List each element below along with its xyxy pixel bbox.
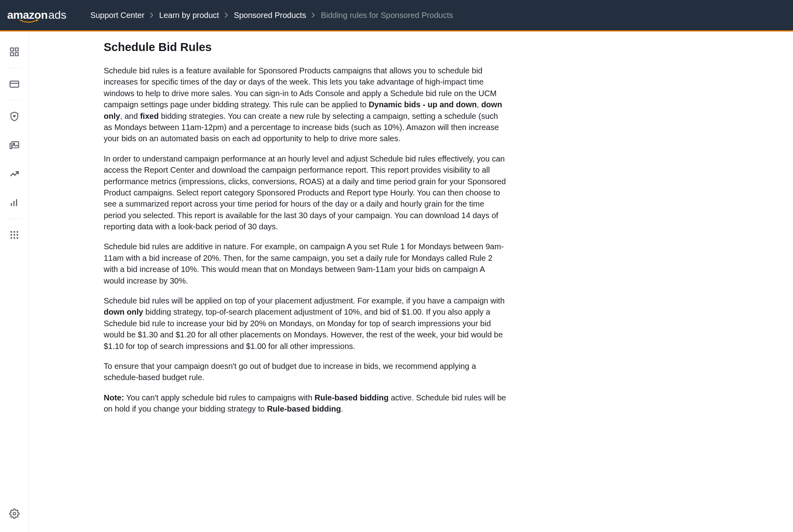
svg-point-14: [10, 234, 12, 236]
left-sidebar: [0, 33, 29, 447]
sidebar-billing[interactable]: [6, 75, 23, 93]
logo-brand-text: amazon: [7, 9, 47, 22]
article-content: Schedule Bid Rules Schedule bid rules is…: [29, 33, 587, 447]
sidebar-divider: [7, 219, 22, 219]
shield-heart-icon: [9, 111, 20, 122]
svg-point-17: [10, 237, 12, 238]
paragraph-2: In order to understand campaign performa…: [104, 153, 507, 233]
chevron-right-icon: [225, 12, 228, 18]
paragraph-1: Schedule bid rules is a feature availabl…: [104, 65, 507, 144]
svg-point-12: [13, 231, 15, 233]
svg-point-16: [16, 234, 18, 236]
logo-suffix-text: ads: [48, 9, 66, 22]
paragraph-6: Note: You can't apply schedule bid rules…: [104, 392, 507, 415]
sidebar-reports[interactable]: [6, 194, 23, 211]
breadcrumb-current: Bidding rules for Sponsored Products: [321, 11, 453, 20]
svg-rect-4: [10, 81, 19, 87]
chevron-right-icon: [150, 12, 154, 18]
breadcrumb-support-center[interactable]: Support Center: [90, 11, 144, 20]
chevron-right-icon: [312, 12, 315, 18]
amazon-ads-logo[interactable]: amazon ads: [7, 9, 66, 22]
svg-rect-0: [10, 48, 14, 51]
breadcrumb-sponsored-products[interactable]: Sponsored Products: [234, 11, 306, 20]
paragraph-3: Schedule bid rules are additive in natur…: [104, 241, 507, 286]
breadcrumb: Support Center Learn by product Sponsore…: [90, 11, 453, 20]
sidebar-creative[interactable]: [6, 136, 23, 154]
paragraph-4: Schedule bid rules will be applied on to…: [104, 295, 507, 352]
svg-rect-6: [12, 142, 18, 148]
paragraph-5: To ensure that your campaign doesn't go …: [104, 361, 507, 383]
top-header: amazon ads Support Center Learn by produ…: [0, 0, 793, 32]
trending-up-icon: [9, 169, 20, 179]
svg-point-19: [16, 237, 18, 238]
apps-grid-icon: [9, 230, 20, 240]
image-stack-icon: [9, 140, 20, 150]
bar-chart-icon: [9, 197, 20, 208]
page-title: Schedule Bid Rules: [104, 41, 507, 54]
svg-rect-1: [15, 48, 18, 51]
sidebar-divider: [7, 100, 22, 100]
sidebar-divider: [7, 68, 22, 68]
svg-point-18: [13, 237, 15, 238]
card-icon: [9, 79, 20, 89]
amazon-smile-icon: [19, 19, 39, 24]
svg-point-11: [10, 231, 12, 233]
sidebar-brand-safety[interactable]: [6, 108, 23, 125]
svg-point-13: [16, 231, 18, 233]
svg-rect-2: [10, 53, 14, 56]
sidebar-dashboard[interactable]: [6, 43, 23, 61]
svg-point-15: [13, 234, 15, 236]
dashboard-icon: [9, 47, 20, 57]
breadcrumb-learn-by-product[interactable]: Learn by product: [159, 11, 219, 20]
sidebar-apps[interactable]: [6, 226, 23, 244]
svg-rect-3: [15, 53, 18, 56]
sidebar-measurement[interactable]: [6, 165, 23, 183]
